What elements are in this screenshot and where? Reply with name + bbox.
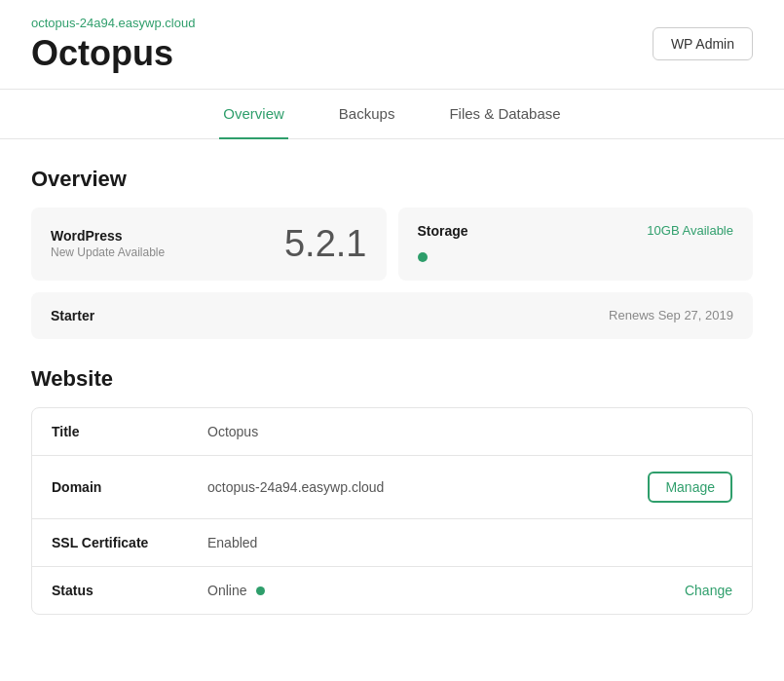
domain-label: Domain [52,479,207,495]
website-row-ssl: SSL Certificate Enabled [32,519,752,567]
storage-label: Storage [418,223,468,239]
storage-card: Storage 10GB Available [398,208,754,281]
storage-header: Storage 10GB Available [418,223,734,241]
status-label: Status [52,583,207,598]
title-label: Title [52,424,207,439]
site-url: octopus-24a94.easywp.cloud [31,16,195,30]
site-info: octopus-24a94.easywp.cloud Octopus [31,16,195,73]
website-row-title: Title Octopus [32,408,752,456]
website-row-domain: Domain octopus-24a94.easywp.cloud Manage [32,456,752,519]
plan-card: Starter Renews Sep 27, 2019 [31,292,753,339]
online-status-dot [256,586,265,595]
website-table: Title Octopus Domain octopus-24a94.easyw… [31,407,753,615]
page-title: Octopus [31,34,195,73]
main-content: Overview WordPress New Update Available … [0,139,784,642]
change-link[interactable]: Change [685,583,732,598]
website-row-status: Status Online Change [32,567,752,614]
tab-overview[interactable]: Overview [219,90,288,139]
title-value: Octopus [207,424,732,439]
wordpress-version: 5.2.1 [284,223,367,265]
tabs-nav: Overview Backups Files & Database [0,90,784,139]
wordpress-card-left: WordPress New Update Available [51,228,165,259]
manage-button[interactable]: Manage [648,472,732,503]
tab-files-database[interactable]: Files & Database [445,90,564,139]
plan-renew-date: Renews Sep 27, 2019 [609,308,733,322]
ssl-label: SSL Certificate [52,535,207,550]
header: octopus-24a94.easywp.cloud Octopus WP Ad… [0,0,784,73]
status-value: Online [207,583,685,598]
wp-admin-button[interactable]: WP Admin [653,27,753,60]
website-section-title: Website [31,366,753,392]
wordpress-card: WordPress New Update Available 5.2.1 [31,208,387,281]
wordpress-label: WordPress [51,228,165,244]
ssl-value: Enabled [207,535,732,550]
plan-name: Starter [51,308,94,323]
wordpress-sublabel: New Update Available [51,246,165,259]
stats-cards-row: WordPress New Update Available 5.2.1 Sto… [31,208,753,281]
storage-status-dot [418,252,428,262]
overview-section-title: Overview [31,167,753,192]
storage-available: 10GB Available [647,223,733,238]
tab-backups[interactable]: Backups [335,90,399,139]
domain-value: octopus-24a94.easywp.cloud [207,479,648,495]
